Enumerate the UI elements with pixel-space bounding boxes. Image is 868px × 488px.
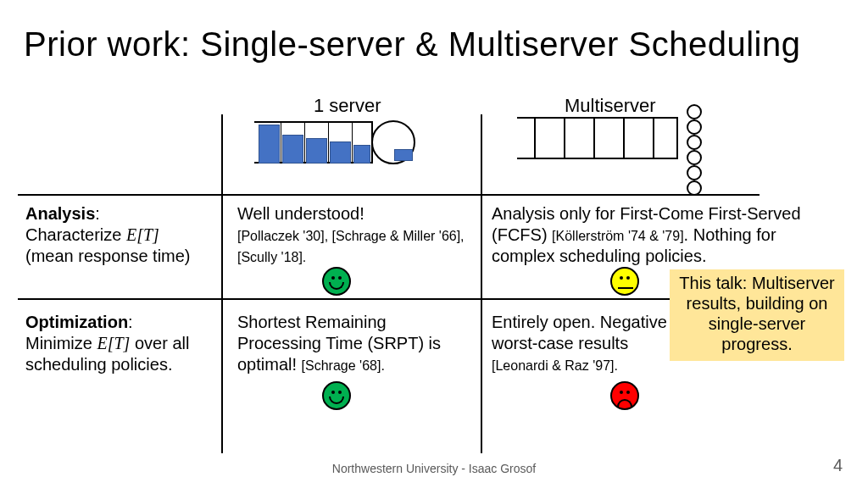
sad-face-icon bbox=[610, 381, 639, 410]
cell-opt-single: Shortest Remaining Processing Time (SRPT… bbox=[237, 312, 466, 375]
cell-analysis-single: Well understood! [Pollaczek '30], [Schra… bbox=[237, 203, 466, 267]
slide-title: Prior work: Single-server & Multiserver … bbox=[24, 25, 800, 64]
footer-text: Northwestern University - Isaac Grosof bbox=[0, 462, 868, 475]
cell-analysis-multi: Analysis only for First-Come First-Serve… bbox=[492, 203, 839, 267]
table-rule bbox=[481, 114, 482, 453]
single-server-diagram bbox=[246, 119, 441, 186]
neutral-face-icon bbox=[610, 267, 639, 296]
multiserver-diagram bbox=[517, 110, 729, 195]
column-label-single: 1 server bbox=[314, 95, 381, 117]
row-label-optimization: Optimization: Minimize E[T] over all sch… bbox=[25, 312, 212, 375]
happy-face-icon bbox=[322, 381, 351, 410]
table-rule bbox=[221, 114, 223, 453]
page-number: 4 bbox=[833, 456, 843, 475]
row-label-analysis: Analysis: Characterize E[T] (mean respon… bbox=[25, 203, 212, 267]
slide: Prior work: Single-server & Multiserver … bbox=[0, 0, 868, 488]
row-label-strong: Analysis bbox=[25, 204, 95, 223]
row-label-strong: Optimization bbox=[25, 313, 128, 331]
cell-opt-multi: Entirely open. Negative worst-case resul… bbox=[492, 312, 687, 375]
table-rule bbox=[18, 298, 760, 300]
happy-face-icon bbox=[322, 267, 351, 296]
callout-box: This talk: Multiserver results, building… bbox=[670, 269, 844, 361]
table-rule bbox=[18, 194, 760, 196]
